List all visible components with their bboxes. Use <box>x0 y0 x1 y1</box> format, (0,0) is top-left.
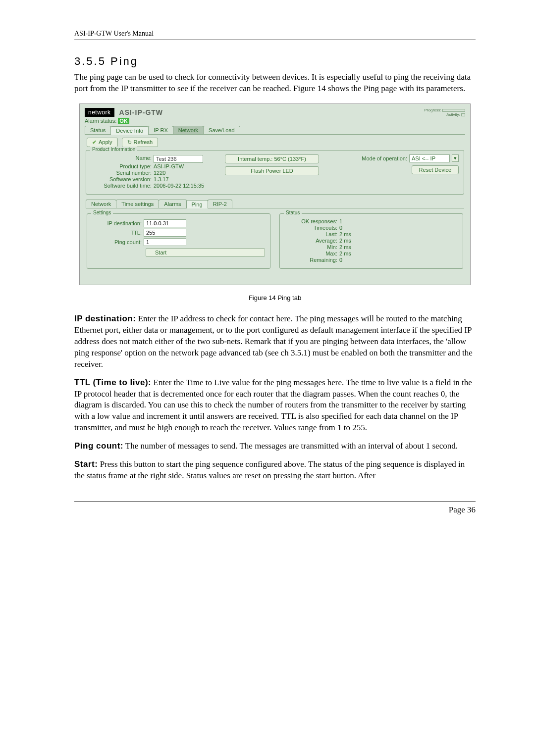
reset-device-button[interactable]: Reset Device <box>412 165 459 174</box>
doc-title: ASI-IP-GTW User's Manual <box>74 30 154 37</box>
logo: network <box>85 108 114 117</box>
model-title: ASI-IP-GTW <box>119 108 163 116</box>
status-legend: Status <box>284 210 302 215</box>
tab-status[interactable]: Status <box>85 126 111 134</box>
build-time-value: 2006-09-22 12:15:35 <box>154 183 204 189</box>
start-paragraph: Start: Press this button to start the pi… <box>74 459 476 482</box>
tab-iprx[interactable]: IP RX <box>148 126 173 134</box>
product-info-legend: Product Information <box>90 147 137 152</box>
apply-button[interactable]: ✔ Apply <box>87 138 118 147</box>
min-value: 2 ms <box>339 244 351 250</box>
internal-temp-button[interactable]: Internal temp.: 56°C (133°F) <box>225 154 319 163</box>
ip-destination-input[interactable] <box>144 219 186 227</box>
mode-select[interactable]: ASI <-- IP <box>409 154 450 162</box>
timeouts-value: 0 <box>339 225 342 231</box>
refresh-icon: ↻ <box>127 139 132 146</box>
ping-count-input[interactable] <box>144 238 186 246</box>
mode-row: Mode of operation: ASI <-- IP ▾ <box>362 154 459 162</box>
settings-legend: Settings <box>91 210 113 215</box>
product-info-fieldset: Product Information Name: Product type:A… <box>86 150 464 195</box>
tab-time-settings[interactable]: Time settings <box>116 200 159 208</box>
tab-saveload[interactable]: Save/Load <box>203 126 240 134</box>
figure-caption: Figure 14 Ping tab <box>74 294 476 302</box>
page-footer: Page 36 <box>74 502 476 515</box>
settings-fieldset: Settings IP destination: TTL: Ping count… <box>87 213 270 269</box>
status-fieldset: Status OK responses:1 Timeouts:0 Last:2 … <box>279 213 463 269</box>
alarm-badge: OK <box>118 118 129 124</box>
tab-device-info[interactable]: Device Info <box>110 126 149 135</box>
start-button[interactable]: Start <box>146 248 265 257</box>
progress-bar <box>442 109 465 112</box>
doc-header: ASI-IP-GTW User's Manual <box>74 30 476 40</box>
ok-responses-value: 1 <box>339 218 342 224</box>
last-value: 2 ms <box>339 231 351 237</box>
ttl-input[interactable] <box>144 229 186 237</box>
section-heading: 3.5.5 Ping <box>74 55 476 68</box>
activity-indicator <box>461 113 465 116</box>
product-type-value: ASI-IP-GTW <box>154 163 184 169</box>
chevron-down-icon[interactable]: ▾ <box>452 154 459 162</box>
avg-value: 2 ms <box>339 238 351 244</box>
ip-dest-paragraph: IP destination: Enter the IP address to … <box>74 313 476 370</box>
check-icon: ✔ <box>92 139 97 146</box>
outer-tabs: Status Device Info IP RX Network Save/Lo… <box>85 126 465 135</box>
tab-alarms[interactable]: Alarms <box>159 200 186 208</box>
name-input[interactable] <box>154 155 203 163</box>
ttl-paragraph: TTL (Time to live): Enter the Time to Li… <box>74 377 476 434</box>
refresh-button[interactable]: ↻ Refresh <box>122 138 159 147</box>
remaining-value: 0 <box>339 257 342 263</box>
tab-inner-network[interactable]: Network <box>86 200 116 208</box>
page-number: Page 36 <box>449 505 476 514</box>
alarm-status: Alarm status: OK <box>85 118 465 124</box>
progress-activity: Progress: Activity: <box>425 108 465 117</box>
inner-tabs: Network Time settings Alarms Ping RIP-2 <box>86 200 464 208</box>
tab-network[interactable]: Network <box>173 126 204 134</box>
max-value: 2 ms <box>339 251 351 256</box>
flash-led-button[interactable]: Flash Power LED <box>225 166 319 175</box>
ping-count-paragraph: Ping count: The number of messages to se… <box>74 441 476 452</box>
serial-value: 1220 <box>154 170 165 176</box>
screenshot-panel: network ASI-IP-GTW Progress: Activity: A… <box>79 103 471 285</box>
tab-rip2[interactable]: RIP-2 <box>208 200 232 208</box>
sw-version-value: 1.3.17 <box>154 176 169 182</box>
intro-paragraph: The ping page can be used to check for c… <box>74 72 476 95</box>
tab-ping[interactable]: Ping <box>186 200 208 208</box>
